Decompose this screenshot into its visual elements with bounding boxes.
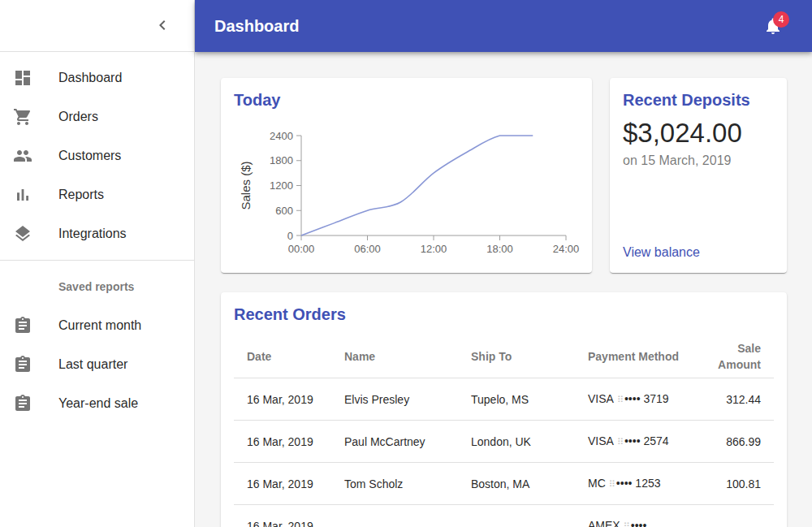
layers-icon bbox=[13, 224, 58, 244]
sidebar-item-orders[interactable]: Orders bbox=[0, 97, 194, 136]
bar-chart-icon bbox=[13, 185, 58, 205]
sidebar-item-label: Reports bbox=[58, 188, 104, 202]
card-masked-number: •••• 2574 bbox=[624, 434, 669, 447]
people-icon bbox=[13, 146, 58, 166]
svg-text:Sales ($): Sales ($) bbox=[239, 161, 253, 210]
sidebar-item-label: Customers bbox=[58, 149, 121, 163]
assignment-icon bbox=[13, 394, 58, 413]
order-payment: MC⠿•••• 1253 bbox=[575, 463, 697, 505]
svg-text:2400: 2400 bbox=[270, 130, 293, 142]
sidebar-item-label: Current month bbox=[58, 318, 141, 333]
order-payment: AMEX⠿•••• bbox=[575, 505, 697, 527]
order-name bbox=[331, 505, 458, 527]
column-header-date: Date bbox=[234, 335, 331, 378]
sidebar-item-customers[interactable]: Customers bbox=[0, 136, 194, 175]
assignment-icon bbox=[13, 316, 58, 335]
sidebar-item-label: Dashboard bbox=[58, 71, 122, 85]
card-chip-glyph: ⠿ bbox=[609, 479, 615, 489]
recent-orders-card: Recent Orders Date Name Ship To Payment … bbox=[221, 292, 787, 527]
order-name: Elvis Presley bbox=[331, 378, 458, 421]
table-row: 16 Mar, 2019 Paul McCartney London, UK V… bbox=[234, 421, 774, 463]
column-header-sale-amount: Sale Amount bbox=[697, 335, 774, 378]
app-bar: Dashboard 4 bbox=[195, 0, 812, 52]
sidebar-saved-list: Saved reports Current month Last quarter… bbox=[0, 261, 194, 430]
card-brand: MC bbox=[588, 477, 606, 490]
dashboard-icon bbox=[13, 68, 58, 88]
shopping-cart-icon bbox=[13, 107, 58, 127]
sidebar-item-label: Year-end sale bbox=[58, 396, 138, 411]
card-masked-number: •••• bbox=[631, 519, 647, 527]
today-sales-card: Today 060012001800240000:0006:0012:0018:… bbox=[221, 78, 592, 273]
sidebar-item-year-end-sale[interactable]: Year-end sale bbox=[0, 384, 194, 423]
view-balance-link[interactable]: View balance bbox=[623, 245, 774, 260]
sidebar-main-list: Dashboard Orders Customers Reports Integ… bbox=[0, 52, 194, 260]
sidebar-item-integrations[interactable]: Integrations bbox=[0, 214, 194, 253]
table-row: 16 Mar, 2019 AMEX⠿•••• bbox=[234, 505, 774, 527]
svg-text:00:00: 00:00 bbox=[288, 243, 315, 255]
svg-text:24:00: 24:00 bbox=[553, 243, 580, 255]
orders-table: Date Name Ship To Payment Method Sale Am… bbox=[234, 335, 774, 527]
sidebar-item-label: Last quarter bbox=[58, 357, 127, 372]
deposits-card-title: Recent Deposits bbox=[623, 91, 774, 110]
card-masked-number: •••• 3719 bbox=[624, 392, 669, 405]
order-amount: 100.81 bbox=[697, 463, 774, 505]
recent-deposits-card: Recent Deposits $3,024.00 on 15 March, 2… bbox=[610, 78, 787, 273]
sidebar-item-label: Integrations bbox=[58, 227, 127, 241]
card-brand: VISA bbox=[588, 392, 614, 405]
svg-text:600: 600 bbox=[275, 205, 293, 217]
bell-icon: 4 bbox=[763, 16, 783, 36]
svg-text:0: 0 bbox=[287, 230, 293, 242]
orders-card-title: Recent Orders bbox=[234, 305, 774, 324]
orders-table-header-row: Date Name Ship To Payment Method Sale Am… bbox=[234, 335, 774, 378]
order-amount: 312.44 bbox=[697, 378, 774, 421]
card-brand: VISA bbox=[588, 434, 614, 447]
sidebar-item-reports[interactable]: Reports bbox=[0, 175, 194, 214]
card-chip-glyph: ⠿ bbox=[624, 521, 630, 527]
order-ship-to bbox=[458, 505, 575, 527]
order-ship-to: London, UK bbox=[458, 421, 575, 463]
svg-text:06:00: 06:00 bbox=[354, 243, 381, 255]
table-row: 16 Mar, 2019 Elvis Presley Tupelo, MS VI… bbox=[234, 378, 774, 421]
order-name: Paul McCartney bbox=[331, 421, 458, 463]
sidebar-item-label: Orders bbox=[58, 110, 98, 124]
svg-text:1200: 1200 bbox=[270, 179, 293, 192]
assignment-icon bbox=[13, 355, 58, 374]
order-date: 16 Mar, 2019 bbox=[234, 463, 331, 505]
sidebar-header bbox=[0, 0, 194, 52]
svg-text:1800: 1800 bbox=[270, 154, 293, 166]
collapse-drawer-button[interactable] bbox=[143, 6, 182, 45]
order-payment: VISA⠿•••• 2574 bbox=[575, 421, 697, 463]
card-chip-glyph: ⠿ bbox=[617, 395, 624, 404]
column-header-ship-to: Ship To bbox=[458, 335, 575, 378]
order-date: 16 Mar, 2019 bbox=[234, 421, 331, 463]
deposit-date: on 15 March, 2019 bbox=[623, 153, 774, 168]
order-date: 16 Mar, 2019 bbox=[234, 505, 331, 527]
svg-text:12:00: 12:00 bbox=[421, 243, 447, 255]
saved-reports-subheader: Saved reports bbox=[0, 267, 194, 306]
page-title: Dashboard bbox=[214, 17, 793, 36]
sidebar-item-last-quarter[interactable]: Last quarter bbox=[0, 345, 194, 384]
card-masked-number: •••• 1253 bbox=[616, 477, 661, 490]
order-name: Tom Scholz bbox=[331, 463, 458, 505]
sidebar-item-current-month[interactable]: Current month bbox=[0, 306, 194, 345]
notifications-badge: 4 bbox=[773, 11, 789, 28]
card-chip-glyph: ⠿ bbox=[617, 437, 624, 447]
notifications-button[interactable]: 4 bbox=[754, 6, 793, 45]
order-amount: 866.99 bbox=[697, 421, 774, 463]
column-header-payment-method: Payment Method bbox=[575, 335, 697, 378]
column-header-name: Name bbox=[331, 335, 458, 378]
order-ship-to: Boston, MA bbox=[458, 463, 575, 505]
deposit-amount: $3,024.00 bbox=[623, 118, 774, 149]
sales-line-chart: 060012001800240000:0006:0012:0018:0024:0… bbox=[221, 78, 592, 273]
svg-text:18:00: 18:00 bbox=[486, 243, 513, 255]
order-amount bbox=[697, 505, 774, 527]
order-payment: VISA⠿•••• 3719 bbox=[575, 378, 697, 421]
order-ship-to: Tupelo, MS bbox=[458, 378, 575, 421]
main-content: Today 060012001800240000:0006:0012:0018:… bbox=[195, 52, 812, 527]
card-brand: AMEX bbox=[588, 519, 620, 527]
table-row: 16 Mar, 2019 Tom Scholz Boston, MA MC⠿••… bbox=[234, 463, 774, 505]
order-date: 16 Mar, 2019 bbox=[234, 378, 331, 421]
sidebar: Dashboard Orders Customers Reports Integ… bbox=[0, 0, 195, 527]
chevron-left-icon bbox=[153, 15, 172, 37]
sidebar-item-dashboard[interactable]: Dashboard bbox=[0, 58, 194, 97]
